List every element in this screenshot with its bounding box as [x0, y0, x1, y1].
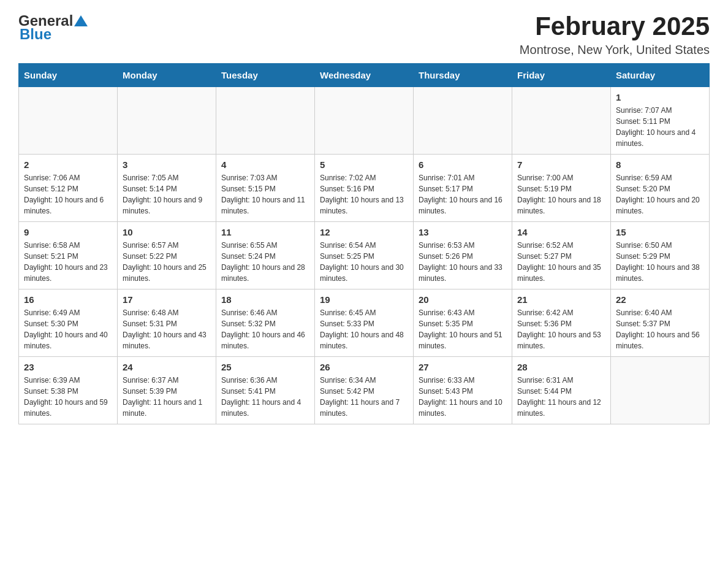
- calendar-cell: 28Sunrise: 6:31 AMSunset: 5:44 PMDayligh…: [512, 357, 611, 424]
- calendar-cell: 17Sunrise: 6:48 AMSunset: 5:31 PMDayligh…: [118, 289, 216, 357]
- calendar-week-row: 9Sunrise: 6:58 AMSunset: 5:21 PMDaylight…: [19, 222, 710, 289]
- day-info: Sunrise: 6:39 AMSunset: 5:38 PMDaylight:…: [24, 375, 112, 419]
- day-info: Sunrise: 7:03 AMSunset: 5:15 PMDaylight:…: [221, 172, 309, 216]
- calendar-cell: 14Sunrise: 6:52 AMSunset: 5:27 PMDayligh…: [512, 222, 611, 289]
- day-number: 5: [320, 159, 408, 170]
- calendar-table: SundayMondayTuesdayWednesdayThursdayFrid…: [18, 63, 710, 424]
- day-info: Sunrise: 6:46 AMSunset: 5:32 PMDaylight:…: [221, 307, 309, 351]
- calendar-week-row: 16Sunrise: 6:49 AMSunset: 5:30 PMDayligh…: [19, 289, 710, 357]
- day-number: 16: [24, 294, 112, 305]
- calendar-header-row: SundayMondayTuesdayWednesdayThursdayFrid…: [19, 64, 710, 87]
- day-number: 19: [320, 294, 408, 305]
- day-number: 12: [320, 227, 408, 237]
- calendar-day-header: Tuesday: [216, 64, 315, 87]
- day-number: 15: [616, 227, 704, 237]
- calendar-cell: 10Sunrise: 6:57 AMSunset: 5:22 PMDayligh…: [118, 222, 216, 289]
- calendar-cell: 2Sunrise: 7:06 AMSunset: 5:12 PMDaylight…: [19, 155, 118, 222]
- day-number: 22: [616, 294, 704, 305]
- calendar-cell: 1Sunrise: 7:07 AMSunset: 5:11 PMDaylight…: [611, 87, 710, 155]
- calendar-cell: 3Sunrise: 7:05 AMSunset: 5:14 PMDaylight…: [118, 155, 216, 222]
- day-number: 23: [24, 362, 112, 372]
- day-number: 25: [221, 362, 309, 372]
- day-info: Sunrise: 7:01 AMSunset: 5:17 PMDaylight:…: [419, 172, 507, 216]
- calendar-cell: [19, 87, 118, 155]
- calendar-day-header: Monday: [118, 64, 216, 87]
- calendar-cell: 25Sunrise: 6:36 AMSunset: 5:41 PMDayligh…: [216, 357, 315, 424]
- calendar-cell: 23Sunrise: 6:39 AMSunset: 5:38 PMDayligh…: [19, 357, 118, 424]
- day-info: Sunrise: 6:37 AMSunset: 5:39 PMDaylight:…: [123, 375, 211, 419]
- day-number: 28: [517, 362, 605, 372]
- calendar-cell: 16Sunrise: 6:49 AMSunset: 5:30 PMDayligh…: [19, 289, 118, 357]
- day-info: Sunrise: 6:55 AMSunset: 5:24 PMDaylight:…: [221, 240, 309, 284]
- calendar-week-row: 1Sunrise: 7:07 AMSunset: 5:11 PMDaylight…: [19, 87, 710, 155]
- day-info: Sunrise: 6:48 AMSunset: 5:31 PMDaylight:…: [123, 307, 211, 351]
- calendar-cell: 20Sunrise: 6:43 AMSunset: 5:35 PMDayligh…: [414, 289, 512, 357]
- day-number: 24: [123, 362, 211, 372]
- day-info: Sunrise: 6:54 AMSunset: 5:25 PMDaylight:…: [320, 240, 408, 284]
- calendar-cell: 22Sunrise: 6:40 AMSunset: 5:37 PMDayligh…: [611, 289, 710, 357]
- day-number: 18: [221, 294, 309, 305]
- calendar-cell: [118, 87, 216, 155]
- title-area: February 2025 Montrose, New York, United…: [520, 12, 710, 57]
- day-number: 17: [123, 294, 211, 305]
- day-number: 20: [419, 294, 507, 305]
- day-info: Sunrise: 6:57 AMSunset: 5:22 PMDaylight:…: [123, 240, 211, 284]
- day-info: Sunrise: 7:00 AMSunset: 5:19 PMDaylight:…: [517, 172, 605, 216]
- day-number: 21: [517, 294, 605, 305]
- calendar-cell: 26Sunrise: 6:34 AMSunset: 5:42 PMDayligh…: [315, 357, 414, 424]
- calendar-day-header: Saturday: [611, 64, 710, 87]
- calendar-cell: 19Sunrise: 6:45 AMSunset: 5:33 PMDayligh…: [315, 289, 414, 357]
- calendar-cell: [414, 87, 512, 155]
- calendar-cell: 24Sunrise: 6:37 AMSunset: 5:39 PMDayligh…: [118, 357, 216, 424]
- calendar-cell: 5Sunrise: 7:02 AMSunset: 5:16 PMDaylight…: [315, 155, 414, 222]
- day-number: 3: [123, 159, 211, 170]
- day-number: 14: [517, 227, 605, 237]
- day-info: Sunrise: 6:43 AMSunset: 5:35 PMDaylight:…: [419, 307, 507, 351]
- calendar-cell: [611, 357, 710, 424]
- day-info: Sunrise: 6:50 AMSunset: 5:29 PMDaylight:…: [616, 240, 704, 284]
- day-info: Sunrise: 6:34 AMSunset: 5:42 PMDaylight:…: [320, 375, 408, 419]
- day-number: 1: [616, 92, 704, 102]
- day-info: Sunrise: 6:58 AMSunset: 5:21 PMDaylight:…: [24, 240, 112, 284]
- calendar-cell: 15Sunrise: 6:50 AMSunset: 5:29 PMDayligh…: [611, 222, 710, 289]
- day-info: Sunrise: 7:06 AMSunset: 5:12 PMDaylight:…: [24, 172, 112, 216]
- calendar-week-row: 2Sunrise: 7:06 AMSunset: 5:12 PMDaylight…: [19, 155, 710, 222]
- day-info: Sunrise: 6:53 AMSunset: 5:26 PMDaylight:…: [419, 240, 507, 284]
- day-info: Sunrise: 7:02 AMSunset: 5:16 PMDaylight:…: [320, 172, 408, 216]
- day-info: Sunrise: 6:59 AMSunset: 5:20 PMDaylight:…: [616, 172, 704, 216]
- calendar-cell: 21Sunrise: 6:42 AMSunset: 5:36 PMDayligh…: [512, 289, 611, 357]
- day-info: Sunrise: 6:42 AMSunset: 5:36 PMDaylight:…: [517, 307, 605, 351]
- logo: General Blue: [18, 12, 88, 43]
- svg-marker-0: [74, 15, 88, 26]
- calendar-week-row: 23Sunrise: 6:39 AMSunset: 5:38 PMDayligh…: [19, 357, 710, 424]
- location: Montrose, New York, United States: [520, 43, 710, 57]
- day-info: Sunrise: 7:07 AMSunset: 5:11 PMDaylight:…: [616, 105, 704, 149]
- day-number: 4: [221, 159, 309, 170]
- calendar-day-header: Thursday: [414, 64, 512, 87]
- day-info: Sunrise: 6:49 AMSunset: 5:30 PMDaylight:…: [24, 307, 112, 351]
- calendar-cell: 7Sunrise: 7:00 AMSunset: 5:19 PMDaylight…: [512, 155, 611, 222]
- day-info: Sunrise: 6:31 AMSunset: 5:44 PMDaylight:…: [517, 375, 605, 419]
- day-number: 27: [419, 362, 507, 372]
- page-header: General Blue February 2025 Montrose, New…: [18, 12, 710, 57]
- calendar-cell: 11Sunrise: 6:55 AMSunset: 5:24 PMDayligh…: [216, 222, 315, 289]
- calendar-cell: [216, 87, 315, 155]
- day-number: 8: [616, 159, 704, 170]
- day-number: 26: [320, 362, 408, 372]
- calendar-cell: 27Sunrise: 6:33 AMSunset: 5:43 PMDayligh…: [414, 357, 512, 424]
- logo-blue-text: Blue: [20, 26, 51, 43]
- calendar-cell: 13Sunrise: 6:53 AMSunset: 5:26 PMDayligh…: [414, 222, 512, 289]
- calendar-day-header: Sunday: [19, 64, 118, 87]
- day-number: 6: [419, 159, 507, 170]
- day-info: Sunrise: 6:52 AMSunset: 5:27 PMDaylight:…: [517, 240, 605, 284]
- day-info: Sunrise: 7:05 AMSunset: 5:14 PMDaylight:…: [123, 172, 211, 216]
- calendar-cell: 8Sunrise: 6:59 AMSunset: 5:20 PMDaylight…: [611, 155, 710, 222]
- logo-triangle-icon: [74, 13, 88, 26]
- day-number: 7: [517, 159, 605, 170]
- day-number: 10: [123, 227, 211, 237]
- calendar-day-header: Friday: [512, 64, 611, 87]
- day-info: Sunrise: 6:40 AMSunset: 5:37 PMDaylight:…: [616, 307, 704, 351]
- day-info: Sunrise: 6:33 AMSunset: 5:43 PMDaylight:…: [419, 375, 507, 419]
- calendar-cell: 4Sunrise: 7:03 AMSunset: 5:15 PMDaylight…: [216, 155, 315, 222]
- calendar-cell: [315, 87, 414, 155]
